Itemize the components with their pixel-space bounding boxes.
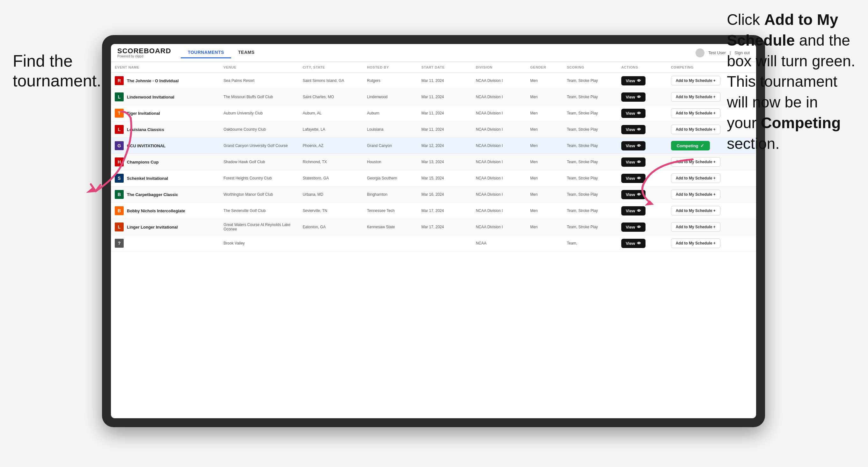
tab-teams[interactable]: TEAMS [231,47,262,58]
app-logo: SCOREBOARD [117,48,171,55]
tab-tournaments[interactable]: TOURNAMENTS [181,47,231,58]
hosted-cell: Georgia Southern [363,170,417,186]
competing-button[interactable]: Competing ✓ [671,141,710,151]
event-name-cell: R The Johnnie - O Individual [111,73,220,89]
team-logo: R [115,76,124,85]
col-header-city: CITY, STATE [299,62,363,73]
table-row: ? Brook ValleyNCAATeam,View 👁Add to My S… [111,235,756,251]
hosted-cell: Rutgers [363,73,417,89]
venue-cell: Forest Heights Country Club [220,170,299,186]
venue-cell: Sea Palms Resort [220,73,299,89]
col-header-gender: GENDER [526,62,563,73]
venue-cell: Great Waters Course At Reynolds Lake Oco… [220,219,299,235]
gender-cell: Men [526,219,563,235]
eye-icon: 👁 [637,79,641,83]
scoring-cell: Team, Stroke Play [563,138,617,154]
tablet-frame: SCOREBOARD Powered by clippd TOURNAMENTS… [102,35,765,427]
city-cell: Richmond, TX [299,154,363,170]
date-cell: Mar 11, 2024 [417,73,472,89]
scoring-cell: Team, Stroke Play [563,73,617,89]
table-container: EVENT NAME VENUE CITY, STATE HOSTED BY S… [111,62,756,418]
city-cell: Auburn, AL [299,105,363,121]
gender-cell: Men [526,89,563,105]
date-cell [417,235,472,251]
date-cell: Mar 11, 2024 [417,105,472,121]
venue-cell: Auburn University Club [220,105,299,121]
event-name-cell: ? [111,235,220,251]
venue-cell: Brook Valley [220,235,299,251]
add-to-schedule-button[interactable]: Add to My Schedule + [671,108,720,118]
check-icon: ✓ [700,143,704,148]
venue-cell: Oakbourne Country Club [220,121,299,138]
city-cell: Urbana, MD [299,186,363,203]
table-row: L Linger Longer Invitational Great Water… [111,219,756,235]
date-cell: Mar 11, 2024 [417,121,472,138]
hosted-cell: Houston [363,154,417,170]
gender-cell: Men [526,186,563,203]
view-button[interactable]: View 👁 [621,141,646,151]
col-header-venue: VENUE [220,62,299,73]
arrow-right [639,156,696,207]
actions-cell: View 👁 [617,138,667,154]
eye-icon: 👁 [637,111,641,116]
col-header-actions: ACTIONS [617,62,667,73]
view-button[interactable]: View 👁 [621,206,646,216]
hosted-cell: Binghamton [363,186,417,203]
division-cell: NCAA Division I [472,89,527,105]
scoring-cell: Team, Stroke Play [563,89,617,105]
city-cell [299,235,363,251]
logo-subtext: Powered by clippd [117,55,171,58]
scoring-cell: Team, Stroke Play [563,121,617,138]
hosted-cell: Auburn [363,105,417,121]
hosted-cell: Grand Canyon [363,138,417,154]
team-logo: B [115,206,124,215]
view-button[interactable]: View 👁 [621,239,646,248]
division-cell: NCAA Division I [472,203,527,219]
city-cell: Lafayette, LA [299,121,363,138]
view-button[interactable]: View 👁 [621,92,646,102]
svg-marker-1 [645,200,654,206]
view-button[interactable]: View 👁 [621,109,646,118]
actions-cell: View 👁 [617,235,667,251]
gender-cell: Men [526,121,563,138]
scoring-cell: Team, [563,235,617,251]
user-avatar [695,49,705,57]
scoring-cell: Team, Stroke Play [563,105,617,121]
add-to-schedule-button[interactable]: Add to My Schedule + [671,206,720,216]
view-button[interactable]: View 👁 [621,125,646,134]
division-cell: NCAA Division I [472,105,527,121]
view-button[interactable]: View 👁 [621,76,646,86]
competing-cell: Add to My Schedule + [667,219,756,235]
venue-cell: Grand Canyon University Golf Course [220,138,299,154]
gender-cell: Men [526,73,563,89]
division-cell: NCAA Division I [472,186,527,203]
gender-cell: Men [526,170,563,186]
add-to-schedule-button[interactable]: Add to My Schedule + [671,92,720,102]
gender-cell: Men [526,138,563,154]
competing-cell: Add to My Schedule + [667,235,756,251]
division-cell: NCAA Division I [472,154,527,170]
city-cell: Saint Charles, MO [299,89,363,105]
annotation-left: Find thetournament. [13,51,101,91]
add-to-schedule-button[interactable]: Add to My Schedule + [671,239,720,248]
annotation-right: Click Add to MySchedule and thebox will … [727,9,855,154]
hosted-cell: Tennessee Tech [363,203,417,219]
col-header-division: DIVISION [472,62,527,73]
scoring-cell: Team, Stroke Play [563,219,617,235]
gender-cell: Men [526,154,563,170]
col-header-event: EVENT NAME [111,62,220,73]
date-cell: Mar 15, 2024 [417,170,472,186]
add-to-schedule-button[interactable]: Add to My Schedule + [671,76,720,86]
scoring-cell: Team, Stroke Play [563,203,617,219]
date-cell: Mar 11, 2024 [417,89,472,105]
city-cell: Sevierville, TN [299,203,363,219]
tablet-screen: SCOREBOARD Powered by clippd TOURNAMENTS… [111,44,756,418]
add-to-schedule-button[interactable]: Add to My Schedule + [671,125,720,134]
date-cell: Mar 16, 2024 [417,186,472,203]
scoring-cell: Team, Stroke Play [563,154,617,170]
division-cell: NCAA Division I [472,73,527,89]
add-to-schedule-button[interactable]: Add to My Schedule + [671,222,720,232]
view-button[interactable]: View 👁 [621,222,646,232]
actions-cell: View 👁 [617,121,667,138]
scoring-cell: Team, Stroke Play [563,186,617,203]
